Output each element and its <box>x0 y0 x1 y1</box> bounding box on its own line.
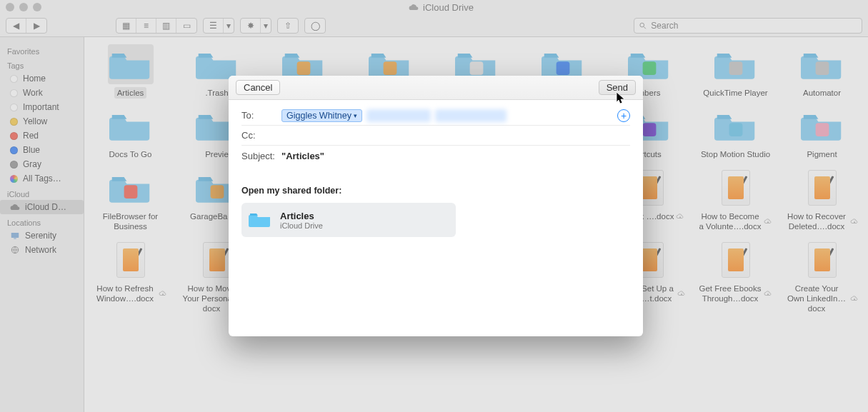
shared-folder-heading: Open my shared folder: <box>241 186 630 196</box>
subject-field[interactable]: "Articles" <box>281 151 630 161</box>
to-label: To: <box>241 110 281 121</box>
shared-folder-location: iCloud Drive <box>280 221 323 230</box>
subject-label: Subject: <box>241 151 281 161</box>
recipient-token[interactable]: Giggles Whitney▾ <box>281 109 362 122</box>
cancel-button[interactable]: Cancel <box>236 80 280 95</box>
shared-folder-name: Articles <box>280 211 323 221</box>
to-field[interactable]: Giggles Whitney▾ + <box>281 109 630 122</box>
cc-label: Cc: <box>241 130 281 141</box>
recipient-token-redacted <box>366 109 431 122</box>
add-recipient-button[interactable]: + <box>617 109 630 122</box>
recipient-token-redacted <box>435 109 507 122</box>
share-mail-sheet: Cancel Send To: Giggles Whitney▾ + Cc: S… <box>229 76 643 336</box>
subject-value: "Articles" <box>281 151 324 161</box>
mouse-cursor <box>616 91 626 104</box>
folder-icon <box>249 211 271 229</box>
shared-folder-card[interactable]: Articles iCloud Drive <box>241 203 456 237</box>
